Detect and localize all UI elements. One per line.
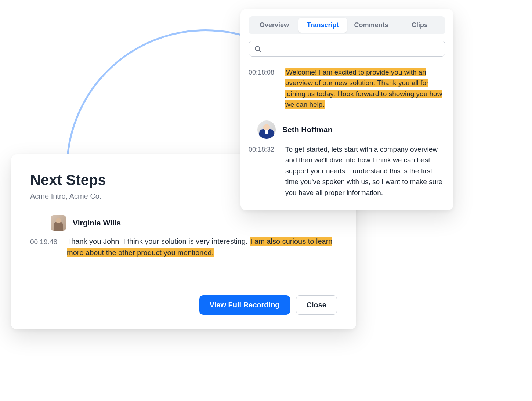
transcript-card: Overview Transcript Comments Clips 00:18…	[240, 9, 453, 210]
button-row: View Full Recording Close	[30, 295, 337, 315]
search-icon	[254, 45, 261, 53]
timestamp: 00:18:08	[249, 67, 278, 78]
transcript-text: Thank you John! I think your solution is…	[67, 236, 337, 259]
transcript-entry: 00:18:08 Welcome! I am excited to provid…	[249, 67, 445, 110]
speaker-row: Virginia Wills	[51, 215, 337, 231]
transcript-entry: 00:18:32 To get started, lets start with…	[249, 144, 445, 198]
tab-clips[interactable]: Clips	[395, 18, 444, 33]
transcript-entry: 00:19:48 Thank you John! I think your so…	[30, 236, 337, 259]
transcript-text: Welcome! I am excited to provide you wit…	[285, 67, 445, 110]
timestamp: 00:18:32	[249, 144, 278, 155]
tab-transcript[interactable]: Transcript	[298, 18, 347, 33]
transcript-plain-text: Thank you John! I think your solution is…	[67, 237, 250, 245]
close-button[interactable]: Close	[296, 295, 337, 315]
tab-comments[interactable]: Comments	[347, 18, 395, 33]
tabs: Overview Transcript Comments Clips	[249, 16, 445, 34]
transcript-highlight-text: Welcome! I am excited to provide you wit…	[285, 68, 442, 109]
view-full-recording-button[interactable]: View Full Recording	[199, 295, 290, 315]
tab-overview[interactable]: Overview	[250, 18, 298, 33]
transcript-text: To get started, lets start with a compan…	[285, 144, 445, 198]
search-box[interactable]	[249, 41, 445, 57]
avatar	[257, 120, 276, 139]
timestamp: 00:19:48	[30, 236, 57, 247]
speaker-row: Seth Hoffman	[257, 120, 445, 139]
search-input[interactable]	[265, 45, 440, 53]
speaker-name: Seth Hoffman	[282, 125, 333, 134]
speaker-name: Virginia Wills	[73, 218, 121, 227]
avatar	[51, 215, 66, 231]
svg-line-1	[259, 50, 261, 51]
